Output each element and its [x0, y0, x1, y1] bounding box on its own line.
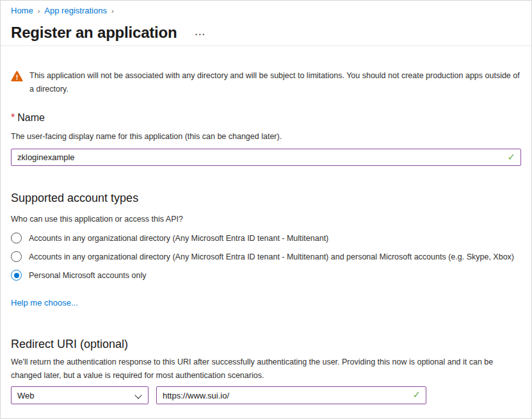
redirect-uri-row: Web ✓: [11, 386, 521, 404]
breadcrumb-separator-icon: ›: [38, 5, 40, 17]
radio-selected-circle-icon: [11, 270, 22, 281]
breadcrumb-home-link[interactable]: Home: [11, 5, 33, 17]
radio-org-directory-and-personal-label: Accounts in any organizational directory…: [29, 251, 514, 264]
page-header: Register an application ···: [11, 23, 521, 42]
radio-personal-accounts-only-label: Personal Microsoft accounts only: [29, 269, 146, 283]
more-options-button[interactable]: ···: [195, 30, 206, 39]
radio-org-directory[interactable]: Accounts in any organizational directory…: [11, 232, 521, 245]
page-title: Register an application: [11, 23, 177, 42]
redirect-uri-input-wrap: ✓: [156, 386, 426, 404]
header-divider: [1, 45, 531, 46]
radio-org-directory-label: Accounts in any organizational directory…: [29, 232, 328, 245]
redirect-platform-selected-value: Web: [17, 391, 35, 400]
name-field-description: The user-facing display name for this ap…: [11, 130, 521, 144]
breadcrumb-app-registrations-link[interactable]: App registrations: [44, 5, 107, 17]
name-field-label: *Name: [11, 111, 521, 124]
warning-icon: [11, 70, 23, 85]
chevron-down-icon: [134, 391, 141, 398]
warning-banner: This application will not be associated …: [11, 69, 521, 96]
supported-account-types-heading: Supported account types: [11, 191, 521, 205]
account-types-radio-group: Accounts in any organizational directory…: [11, 232, 521, 283]
breadcrumb: Home › App registrations ›: [11, 5, 521, 17]
redirect-platform-select[interactable]: Web: [11, 386, 149, 404]
name-input[interactable]: [11, 149, 521, 166]
name-input-wrap: ✓: [11, 149, 521, 166]
warning-text: This application will not be associated …: [29, 69, 521, 96]
name-label-text: Name: [17, 112, 45, 123]
redirect-uri-input[interactable]: [156, 386, 426, 404]
breadcrumb-separator-icon: ›: [111, 5, 114, 17]
radio-personal-accounts-only[interactable]: Personal Microsoft accounts only: [11, 269, 521, 283]
radio-circle-icon: [11, 233, 22, 243]
redirect-uri-description: We'll return the authentication response…: [11, 356, 521, 382]
radio-org-directory-and-personal[interactable]: Accounts in any organizational directory…: [11, 251, 521, 264]
account-types-question: Who can use this application or access t…: [11, 213, 521, 226]
register-application-page: { "breadcrumb": { "items": [ { "label": …: [0, 0, 532, 419]
help-me-choose-link[interactable]: Help me choose...: [11, 297, 78, 309]
redirect-uri-heading: Redirect URI (optional): [11, 336, 521, 352]
radio-circle-icon: [11, 251, 22, 262]
required-asterisk: *: [11, 112, 15, 123]
